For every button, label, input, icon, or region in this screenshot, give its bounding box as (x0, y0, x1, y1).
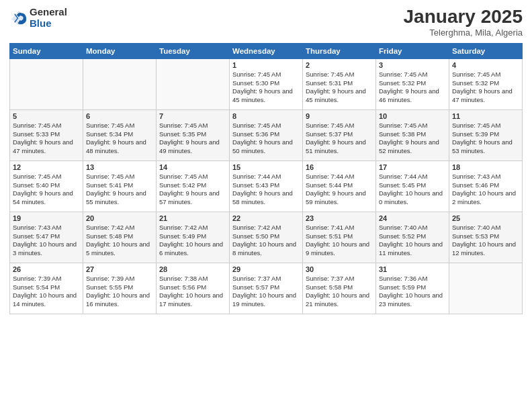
day-number: 9 (306, 112, 373, 120)
day-info: Daylight: 10 hours and 23 minutes. (379, 291, 446, 309)
day-info: Daylight: 9 hours and 53 minutes. (452, 138, 519, 156)
day-number: 7 (159, 112, 226, 120)
calendar-cell: 28Sunrise: 7:38 AMSunset: 5:56 PMDayligh… (157, 263, 230, 314)
day-number: 25 (452, 214, 519, 222)
day-info: Daylight: 9 hours and 51 minutes. (306, 138, 373, 156)
logo-general: General (30, 7, 67, 18)
calendar-cell (157, 58, 230, 109)
day-info: Sunrise: 7:44 AM (232, 173, 300, 181)
calendar-cell: 26Sunrise: 7:39 AMSunset: 5:54 PMDayligh… (10, 263, 83, 314)
week-row-1: 1Sunrise: 7:45 AMSunset: 5:30 PMDaylight… (10, 58, 523, 109)
day-info: Daylight: 9 hours and 57 minutes. (159, 189, 226, 207)
day-number: 31 (379, 265, 446, 273)
calendar-cell: 20Sunrise: 7:42 AMSunset: 5:48 PMDayligh… (83, 212, 157, 263)
day-info: Sunset: 5:45 PM (379, 181, 446, 190)
page: General Blue January 2025 Telerghma, Mil… (0, 0, 532, 411)
day-number: 21 (159, 214, 226, 222)
header-day-thursday: Thursday (303, 43, 376, 58)
calendar-title: January 2025 (404, 7, 523, 28)
calendar-cell: 17Sunrise: 7:44 AMSunset: 5:45 PMDayligh… (376, 161, 449, 212)
header-day-saturday: Saturday (449, 43, 523, 58)
day-info: Daylight: 9 hours and 46 minutes. (379, 87, 446, 105)
day-info: Sunrise: 7:42 AM (232, 224, 300, 232)
day-info: Sunrise: 7:45 AM (452, 71, 519, 79)
day-info: Daylight: 9 hours and 50 minutes. (232, 138, 300, 156)
day-info: Sunrise: 7:45 AM (379, 71, 446, 79)
day-info: Daylight: 9 hours and 47 minutes. (452, 87, 519, 105)
header: General Blue January 2025 Telerghma, Mil… (9, 7, 523, 38)
header-day-monday: Monday (83, 43, 157, 58)
day-info: Sunrise: 7:45 AM (86, 173, 153, 181)
day-info: Sunset: 5:41 PM (86, 181, 153, 190)
calendar-cell: 31Sunrise: 7:36 AMSunset: 5:59 PMDayligh… (376, 263, 449, 314)
day-info: Daylight: 9 hours and 45 minutes. (232, 87, 300, 105)
day-number: 8 (232, 112, 300, 120)
day-info: Daylight: 10 hours and 6 minutes. (159, 240, 226, 258)
week-row-4: 19Sunrise: 7:43 AMSunset: 5:47 PMDayligh… (10, 212, 523, 263)
calendar-cell: 6Sunrise: 7:45 AMSunset: 5:34 PMDaylight… (83, 109, 157, 161)
day-info: Sunrise: 7:39 AM (13, 275, 80, 283)
day-info: Daylight: 10 hours and 2 minutes. (452, 189, 519, 207)
week-row-2: 5Sunrise: 7:45 AMSunset: 5:33 PMDaylight… (10, 109, 523, 161)
day-info: Sunrise: 7:44 AM (306, 173, 373, 181)
day-info: Sunset: 5:48 PM (86, 232, 153, 241)
day-info: Sunset: 5:32 PM (452, 79, 519, 88)
day-info: Sunset: 5:47 PM (13, 232, 80, 241)
day-number: 24 (379, 214, 446, 222)
day-info: Daylight: 9 hours and 45 minutes. (306, 87, 373, 105)
week-row-5: 26Sunrise: 7:39 AMSunset: 5:54 PMDayligh… (10, 263, 523, 314)
day-number: 20 (86, 214, 153, 222)
day-info: Sunrise: 7:45 AM (13, 173, 80, 181)
day-info: Sunrise: 7:45 AM (306, 71, 373, 79)
calendar-cell: 3Sunrise: 7:45 AMSunset: 5:32 PMDaylight… (376, 58, 449, 109)
day-number: 13 (86, 163, 153, 171)
day-info: Sunset: 5:46 PM (452, 181, 519, 190)
day-info: Sunset: 5:37 PM (306, 130, 373, 139)
day-number: 26 (13, 265, 80, 273)
day-info: Daylight: 10 hours and 19 minutes. (232, 291, 300, 309)
week-row-3: 12Sunrise: 7:45 AMSunset: 5:40 PMDayligh… (10, 161, 523, 212)
day-info: Daylight: 10 hours and 3 minutes. (13, 240, 80, 258)
day-number: 29 (232, 265, 300, 273)
day-info: Sunrise: 7:42 AM (86, 224, 153, 232)
calendar-cell: 24Sunrise: 7:40 AMSunset: 5:52 PMDayligh… (376, 212, 449, 263)
day-info: Sunrise: 7:45 AM (86, 122, 153, 130)
day-info: Daylight: 10 hours and 12 minutes. (452, 240, 519, 258)
day-info: Sunrise: 7:45 AM (159, 173, 226, 181)
day-info: Sunrise: 7:45 AM (232, 122, 300, 130)
calendar-cell: 29Sunrise: 7:37 AMSunset: 5:57 PMDayligh… (230, 263, 303, 314)
day-info: Sunrise: 7:45 AM (452, 122, 519, 130)
day-info: Sunset: 5:34 PM (86, 130, 153, 139)
calendar-cell: 13Sunrise: 7:45 AMSunset: 5:41 PMDayligh… (83, 161, 157, 212)
day-info: Daylight: 9 hours and 47 minutes. (13, 138, 80, 156)
header-row: SundayMondayTuesdayWednesdayThursdayFrid… (10, 43, 523, 58)
day-info: Sunset: 5:42 PM (159, 181, 226, 190)
calendar-body: 1Sunrise: 7:45 AMSunset: 5:30 PMDaylight… (10, 58, 523, 314)
calendar-cell: 22Sunrise: 7:42 AMSunset: 5:50 PMDayligh… (230, 212, 303, 263)
calendar-header: SundayMondayTuesdayWednesdayThursdayFrid… (10, 43, 523, 58)
day-info: Sunrise: 7:45 AM (159, 122, 226, 130)
day-info: Sunset: 5:39 PM (452, 130, 519, 139)
day-info: Sunset: 5:54 PM (13, 283, 80, 292)
day-info: Sunset: 5:35 PM (159, 130, 226, 139)
day-number: 23 (306, 214, 373, 222)
day-info: Daylight: 10 hours and 21 minutes. (306, 291, 373, 309)
calendar-cell: 12Sunrise: 7:45 AMSunset: 5:40 PMDayligh… (10, 161, 83, 212)
calendar-cell: 11Sunrise: 7:45 AMSunset: 5:39 PMDayligh… (449, 109, 523, 161)
calendar-cell (10, 58, 83, 109)
calendar-cell: 27Sunrise: 7:39 AMSunset: 5:55 PMDayligh… (83, 263, 157, 314)
calendar-cell: 18Sunrise: 7:43 AMSunset: 5:46 PMDayligh… (449, 161, 523, 212)
header-day-sunday: Sunday (10, 43, 83, 58)
day-info: Sunset: 5:55 PM (86, 283, 153, 292)
day-number: 10 (379, 112, 446, 120)
day-number: 1 (232, 61, 300, 69)
generalblue-logo-icon (9, 9, 28, 28)
calendar-cell: 19Sunrise: 7:43 AMSunset: 5:47 PMDayligh… (10, 212, 83, 263)
day-info: Sunset: 5:51 PM (306, 232, 373, 241)
day-info: Daylight: 10 hours and 0 minutes. (379, 189, 446, 207)
day-info: Daylight: 10 hours and 16 minutes. (86, 291, 153, 309)
logo: General Blue (9, 7, 67, 29)
day-info: Sunrise: 7:44 AM (379, 173, 446, 181)
day-info: Sunrise: 7:45 AM (13, 122, 80, 130)
calendar-cell: 7Sunrise: 7:45 AMSunset: 5:35 PMDaylight… (157, 109, 230, 161)
